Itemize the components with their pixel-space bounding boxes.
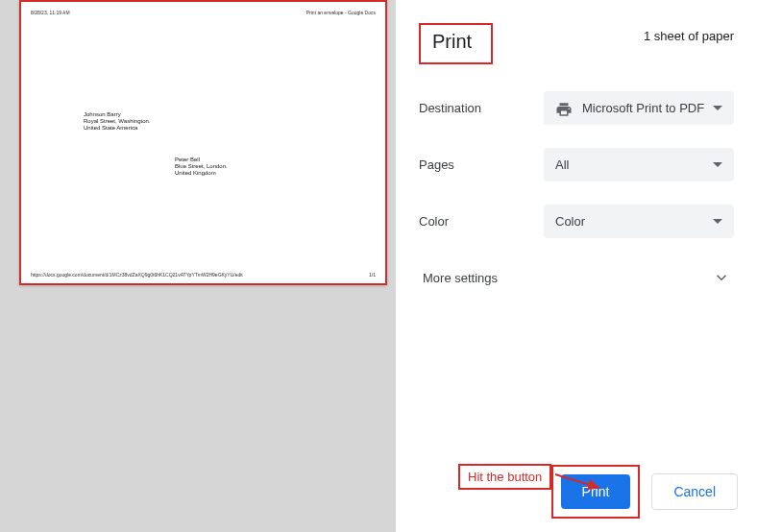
annotation-title-box: Print [419,23,493,64]
pages-select[interactable]: All [544,148,734,181]
preview-footer-url: https://docs.google.com/document/d/1MCz3… [31,272,243,278]
annotation-print-box: Print [551,465,641,519]
destination-label: Destination [419,101,544,115]
destination-select[interactable]: Microsoft Print to PDF [544,91,734,125]
color-label: Color [419,214,544,229]
pages-label: Pages [419,157,544,172]
chevron-down-icon [713,269,730,286]
recipient-address: Peter Bell Blue Street, London. United K… [175,157,228,178]
color-value: Color [555,214,585,229]
print-button[interactable]: Print [561,474,631,509]
cancel-button[interactable]: Cancel [651,473,738,510]
pages-value: All [555,157,569,172]
chevron-down-icon [713,106,722,110]
annotation-hit-label: Hit the button [458,464,551,490]
page-title: Print [432,31,472,53]
preview-timestamp: 8/28/23, 11:19 AM [31,10,70,15]
destination-value: Microsoft Print to PDF [582,101,704,115]
sheet-count: 1 sheet of paper [644,29,734,43]
chevron-down-icon [713,219,722,224]
print-settings-panel: Print 1 sheet of paper Destination Micro… [396,0,757,532]
color-select[interactable]: Color [544,205,734,238]
preview-page: 8/28/23, 11:19 AM Print an envelope - Go… [19,0,387,285]
more-settings-label: More settings [423,271,498,285]
more-settings-toggle[interactable]: More settings [419,261,734,294]
preview-doc-title: Print an envelope - Google Docs [306,10,376,15]
return-address: Johnson Barry Royal Street, Washington. … [84,111,150,133]
preview-page-num: 1/1 [369,272,376,278]
print-preview-panel: 8/28/23, 11:19 AM Print an envelope - Go… [0,0,396,532]
chevron-down-icon [713,162,722,167]
printer-icon [555,101,573,115]
